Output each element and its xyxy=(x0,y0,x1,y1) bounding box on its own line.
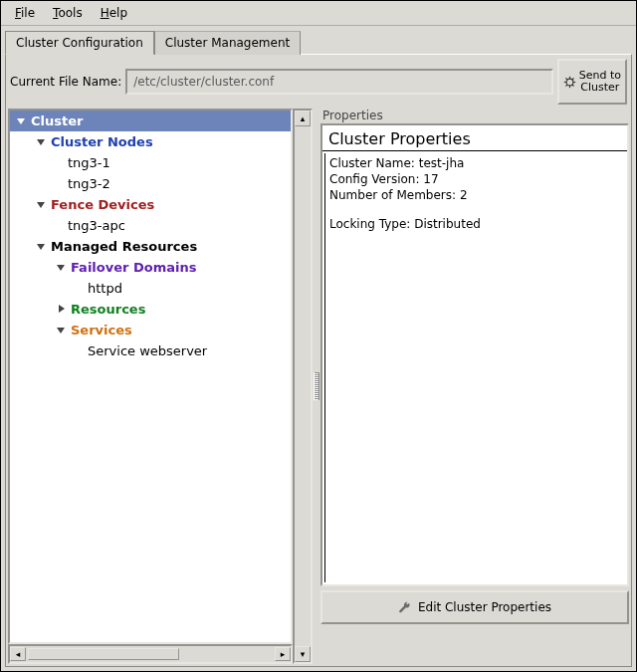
scroll-track[interactable] xyxy=(26,648,275,660)
send-to-cluster-button[interactable]: Send toCluster xyxy=(557,59,627,105)
tree-label: Failover Domains xyxy=(71,260,196,275)
prop-row: Locking Type: Distributed xyxy=(329,216,621,232)
scroll-thumb[interactable] xyxy=(28,648,179,660)
tree-label: Service webserver xyxy=(88,343,207,358)
tree-node-tng3-2[interactable]: tng3-2 xyxy=(10,173,291,194)
expander-open-icon[interactable] xyxy=(16,115,27,126)
svg-line-6 xyxy=(572,85,573,86)
tree-cat-fence-devices[interactable]: Fence Devices xyxy=(10,194,291,215)
tree-cat-cluster-nodes[interactable]: Cluster Nodes xyxy=(10,131,291,152)
gear-icon xyxy=(563,76,576,89)
main-content: Cluster Cluster Nodes tng3-1 tng3-2 xyxy=(8,109,629,664)
file-name-label: Current File Name: xyxy=(10,75,121,89)
edit-cluster-properties-button[interactable]: Edit Cluster Properties xyxy=(320,590,629,624)
horizontal-scrollbar[interactable]: ◂ ▸ xyxy=(8,644,293,664)
tree-failover-httpd[interactable]: httpd xyxy=(10,278,291,299)
scroll-track[interactable] xyxy=(295,126,311,646)
properties-title: Cluster Properties xyxy=(322,125,627,151)
svg-marker-9 xyxy=(17,118,25,124)
tree-label: Fence Devices xyxy=(51,197,154,212)
tab-label: Cluster Configuration xyxy=(16,36,143,50)
scroll-left-arrow-icon[interactable]: ◂ xyxy=(10,647,26,661)
svg-line-7 xyxy=(565,85,566,86)
prop-label: Number of Members: xyxy=(329,188,460,202)
send-line2: Cluster xyxy=(579,82,621,94)
file-name-input[interactable] xyxy=(125,69,553,95)
properties-panel: Cluster Properties Cluster Name: test-jh… xyxy=(320,123,629,586)
tree-view[interactable]: Cluster Cluster Nodes tng3-1 tng3-2 xyxy=(8,109,293,644)
expander-open-icon[interactable] xyxy=(36,136,47,147)
menu-tools[interactable]: Tools xyxy=(51,4,85,22)
svg-marker-15 xyxy=(57,328,65,334)
button-label: Edit Cluster Properties xyxy=(418,600,551,614)
prop-value: 17 xyxy=(423,172,438,186)
tree-cat-resources[interactable]: Resources xyxy=(10,299,291,320)
menu-help[interactable]: Help xyxy=(99,4,129,22)
scroll-down-arrow-icon[interactable]: ▾ xyxy=(295,646,311,662)
tree-cat-failover-domains[interactable]: Failover Domains xyxy=(10,257,291,278)
expander-open-icon[interactable] xyxy=(36,199,47,210)
scroll-up-arrow-icon[interactable]: ▴ xyxy=(295,111,311,126)
tree-label: Cluster Nodes xyxy=(51,134,153,149)
tree-label: Services xyxy=(71,323,132,337)
pane-splitter[interactable] xyxy=(313,109,320,664)
tree-root-cluster[interactable]: Cluster xyxy=(10,111,291,131)
svg-point-0 xyxy=(566,79,573,86)
svg-marker-10 xyxy=(37,139,45,145)
grip-icon xyxy=(314,372,319,400)
prop-value: Distributed xyxy=(414,217,481,231)
left-pane: Cluster Cluster Nodes tng3-1 tng3-2 xyxy=(8,109,313,664)
prop-row: Number of Members: 2 xyxy=(329,187,621,203)
expander-closed-icon[interactable] xyxy=(56,304,67,315)
tree-label: tng3-2 xyxy=(68,176,110,191)
menubar: File Tools Help xyxy=(1,1,636,26)
app-window: { "menu": {"file":"File","tools":"Tools"… xyxy=(0,0,637,672)
svg-marker-12 xyxy=(37,244,45,250)
svg-line-5 xyxy=(565,78,566,79)
expander-open-icon[interactable] xyxy=(56,262,67,273)
tab-bar: Cluster Configuration Cluster Management xyxy=(1,26,636,54)
tree-label: tng3-1 xyxy=(68,155,110,170)
vertical-scrollbar[interactable]: ▴ ▾ xyxy=(293,109,313,664)
svg-marker-11 xyxy=(37,202,45,208)
tree-label: Managed Resources xyxy=(51,239,197,254)
properties-body: Cluster Name: test-jha Config Version: 1… xyxy=(324,153,625,582)
tree-fence-tng3-apc[interactable]: tng3-apc xyxy=(10,215,291,236)
tree-label: tng3-apc xyxy=(68,218,125,233)
tree-label: Cluster xyxy=(31,113,83,128)
menu-file[interactable]: File xyxy=(13,4,37,22)
svg-marker-13 xyxy=(57,265,65,271)
tab-label: Cluster Management xyxy=(165,36,290,50)
tree-label: httpd xyxy=(88,281,122,296)
tab-cluster-configuration[interactable]: Cluster Configuration xyxy=(5,31,154,55)
prop-row: Config Version: 17 xyxy=(329,171,621,187)
right-pane: Properties Cluster Properties Cluster Na… xyxy=(320,109,629,664)
file-row: Current File Name: Send toCluster xyxy=(8,57,629,109)
tree-service-webserver[interactable]: Service webserver xyxy=(10,340,291,361)
tab-page: Current File Name: Send toCluster xyxy=(5,54,632,667)
prop-row: Cluster Name: test-jha xyxy=(329,155,621,171)
svg-line-8 xyxy=(572,78,573,79)
prop-value: test-jha xyxy=(419,156,465,170)
wrench-icon xyxy=(398,600,412,614)
tree-label: Resources xyxy=(71,302,145,317)
tab-cluster-management[interactable]: Cluster Management xyxy=(154,31,301,55)
expander-open-icon[interactable] xyxy=(36,241,47,252)
prop-label: Cluster Name: xyxy=(329,156,419,170)
prop-value: 2 xyxy=(460,188,468,202)
prop-label: Config Version: xyxy=(329,172,423,186)
prop-label: Locking Type: xyxy=(329,217,414,231)
tree-node-tng3-1[interactable]: tng3-1 xyxy=(10,152,291,173)
scroll-right-arrow-icon[interactable]: ▸ xyxy=(275,647,291,661)
expander-open-icon[interactable] xyxy=(56,325,67,336)
tree-cat-managed-resources[interactable]: Managed Resources xyxy=(10,236,291,257)
section-title: Properties xyxy=(320,109,629,123)
svg-marker-14 xyxy=(59,305,65,313)
tree-cat-services[interactable]: Services xyxy=(10,320,291,340)
